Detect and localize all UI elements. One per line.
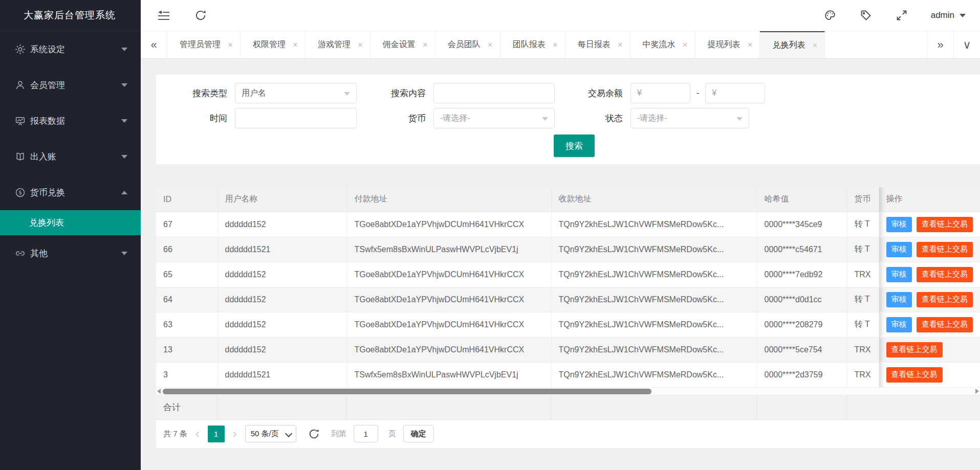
goto-confirm-button[interactable]: 确定 xyxy=(403,425,434,442)
tab-close-icon[interactable]: × xyxy=(423,40,428,49)
link-icon xyxy=(14,248,26,259)
audit-button[interactable]: 审核 xyxy=(886,267,912,282)
search-button[interactable]: 搜索 xyxy=(554,135,595,157)
tab[interactable]: 会员团队 × xyxy=(435,31,500,58)
pagination-refresh-icon[interactable] xyxy=(308,427,321,440)
search-type-select[interactable]: 用户名 xyxy=(235,83,357,103)
amount-max-input[interactable]: ¥ xyxy=(705,83,765,103)
tag-icon[interactable] xyxy=(859,9,873,22)
tab[interactable]: 兑换列表 × xyxy=(760,31,825,58)
tab[interactable]: 管理员管理 × xyxy=(167,31,241,58)
table-row: 65 dddddd152 TGoe8abtXDe1aYPVhjwDCUmH641… xyxy=(156,262,980,287)
scrollbar-thumb[interactable] xyxy=(163,389,651,394)
fullscreen-icon[interactable] xyxy=(895,9,908,22)
next-page-button[interactable]: › xyxy=(232,428,238,440)
table-row: 67 dddddd152 TGoe8abtXDe1aYPVhjwDCUmH641… xyxy=(156,212,980,237)
cell-pay-address: TSwfx5em8sBxWinULPaswHWVPLcVjbEV1j xyxy=(347,237,551,262)
amount-min-input[interactable]: ¥ xyxy=(630,83,690,103)
sidebar-item-label: 出入账 xyxy=(30,151,121,163)
table-row: 66 dddddd1521 TSwfx5em8sBxWinULPaswHWVPL… xyxy=(156,237,980,262)
collapse-sidebar-icon[interactable] xyxy=(157,9,170,22)
sidebar-item-system-settings[interactable]: 系统设定 xyxy=(0,31,141,67)
tab-close-icon[interactable]: × xyxy=(553,40,558,49)
page-size-value: 50 条/页 xyxy=(251,429,279,439)
view-chain-button[interactable]: 查看链上交易 xyxy=(886,342,943,357)
goto-page-input[interactable]: 1 xyxy=(354,425,378,442)
prev-page-button[interactable]: ‹ xyxy=(194,428,201,440)
user-menu[interactable]: admin xyxy=(931,10,966,20)
cell-currency: TRX xyxy=(847,262,879,287)
tab-label: 会员团队 xyxy=(448,39,481,50)
chart-icon xyxy=(14,115,26,126)
cell-pay-address: TGoe8abtXDe1aYPVhjwDCUmH641VHkrCCX xyxy=(347,287,551,312)
tab[interactable]: 提现列表 × xyxy=(695,31,760,58)
refresh-icon[interactable] xyxy=(194,9,207,22)
cell-actions: 查看链上交易 xyxy=(879,337,980,362)
tab[interactable]: 佣金设置 × xyxy=(371,31,435,58)
status-label: 状态 xyxy=(564,113,630,124)
sidebar-subitem-exchange-list[interactable]: 兑换列表 xyxy=(0,210,141,235)
tab[interactable]: 团队报表 × xyxy=(500,31,565,58)
audit-button[interactable]: 审核 xyxy=(886,292,912,307)
tab-close-icon[interactable]: × xyxy=(618,40,623,49)
time-input[interactable] xyxy=(235,108,357,128)
status-value: -请选择- xyxy=(637,113,667,124)
audit-button[interactable]: 审核 xyxy=(886,317,912,332)
cell-receive-address: TQn9Y2khEsLJW1ChVWFMSMeRDow5Kc... xyxy=(551,262,757,287)
search-panel: 搜索类型 用户名 搜索内容 交易余额 ¥ xyxy=(156,75,980,164)
audit-button[interactable]: 审核 xyxy=(886,217,912,232)
tab-close-icon[interactable]: × xyxy=(228,40,233,49)
scroll-right-arrow-icon[interactable] xyxy=(975,389,979,394)
tabs-scroll-right-button[interactable]: » xyxy=(927,31,953,58)
view-chain-button[interactable]: 查看链上交易 xyxy=(917,267,973,282)
tab[interactable]: 每日报表 × xyxy=(565,31,630,58)
status-select[interactable]: -请选择- xyxy=(630,108,749,128)
scroll-left-arrow-icon[interactable] xyxy=(157,389,161,394)
content-area: 搜索类型 用户名 搜索内容 交易余额 ¥ xyxy=(141,59,980,470)
tab[interactable]: 权限管理 × xyxy=(241,31,306,58)
tabs-menu-button[interactable]: ∨ xyxy=(953,31,980,58)
tab-close-icon[interactable]: × xyxy=(683,40,688,49)
tab-close-icon[interactable]: × xyxy=(358,40,363,49)
view-chain-button[interactable]: 查看链上交易 xyxy=(917,317,973,332)
sidebar-item-members[interactable]: 会员管理 xyxy=(0,67,141,103)
tab[interactable]: 中奖流水 × xyxy=(630,31,695,58)
view-chain-button[interactable]: 查看链上交易 xyxy=(917,242,973,257)
cell-receive-address: TQn9Y2khEsLJW1ChVWFMSMeRDow5Kc... xyxy=(551,337,757,362)
sidebar-item-label: 其他 xyxy=(30,248,121,259)
sidebar-item-currency-exchange[interactable]: $ 货币兑换 xyxy=(0,174,141,210)
tab[interactable]: 游戏管理 × xyxy=(306,31,371,58)
cell-currency: 转 T xyxy=(847,237,879,262)
cell-receive-address: TQn9Y2khEsLJW1ChVWFMSMeRDow5Kc... xyxy=(551,362,757,387)
page-size-select[interactable]: 50 条/页 xyxy=(245,425,296,442)
tab-close-icon[interactable]: × xyxy=(488,40,493,49)
tabs-scroll-left-button[interactable]: « xyxy=(141,31,167,58)
total-cell xyxy=(551,395,757,419)
cell-id: 3 xyxy=(156,362,217,387)
chevron-down-icon xyxy=(960,14,966,17)
col-receive-address: 收款地址 xyxy=(551,187,757,212)
sidebar: 大赢家后台管理系统 系统设定 会员管理 报表数据 xyxy=(0,0,141,470)
chevron-up-icon xyxy=(121,191,127,194)
view-chain-button[interactable]: 查看链上交易 xyxy=(917,217,973,232)
view-chain-button[interactable]: 查看链上交易 xyxy=(886,367,943,383)
current-page-button[interactable]: 1 xyxy=(208,426,225,442)
theme-palette-icon[interactable] xyxy=(823,9,837,22)
chevron-down-icon xyxy=(121,119,127,123)
sidebar-item-ledger[interactable]: 出入账 xyxy=(0,139,141,174)
cell-id: 63 xyxy=(156,312,217,337)
tab-close-icon[interactable]: × xyxy=(812,41,817,50)
table-body: 67 dddddd152 TGoe8abtXDe1aYPVhjwDCUmH641… xyxy=(156,212,980,387)
cell-id: 65 xyxy=(156,262,217,287)
sidebar-item-label: 货币兑换 xyxy=(30,187,121,198)
tab-label: 游戏管理 xyxy=(318,39,351,50)
sidebar-item-reports[interactable]: 报表数据 xyxy=(0,103,141,139)
tab-close-icon[interactable]: × xyxy=(748,40,753,49)
currency-select[interactable]: -请选择- xyxy=(433,108,555,128)
view-chain-button[interactable]: 查看链上交易 xyxy=(917,292,973,307)
sidebar-item-other[interactable]: 其他 xyxy=(0,235,141,271)
search-content-input[interactable] xyxy=(433,83,555,103)
audit-button[interactable]: 审核 xyxy=(886,242,912,257)
cell-actions: 审核 查看链上交易 xyxy=(879,312,980,337)
tab-close-icon[interactable]: × xyxy=(293,40,298,49)
